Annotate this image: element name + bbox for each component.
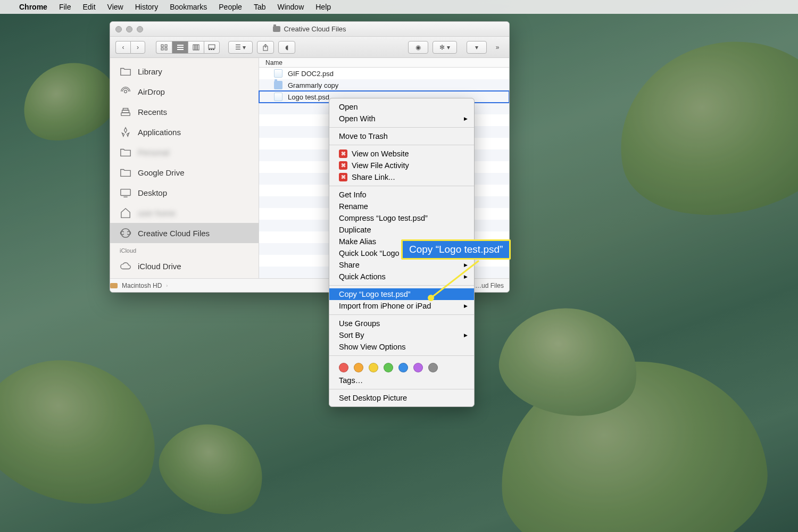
back-button[interactable]: ‹ bbox=[115, 41, 130, 54]
dropdown-button[interactable]: ▾ bbox=[467, 41, 487, 54]
quicklook-button[interactable]: ◉ bbox=[408, 41, 428, 54]
sidebar-item-documents[interactable]: Documents bbox=[110, 276, 259, 278]
context-separator bbox=[329, 355, 474, 356]
window-title-text: Creative Cloud Files bbox=[284, 25, 346, 33]
context-item-tags[interactable]: Tags… bbox=[329, 375, 474, 386]
file-row[interactable]: GIF DOC2.psd bbox=[259, 68, 509, 79]
context-item-set-desktop-picture[interactable]: Set Desktop Picture bbox=[329, 392, 474, 404]
share-button[interactable] bbox=[257, 41, 274, 54]
tag-color[interactable] bbox=[339, 363, 348, 372]
action-button[interactable]: ✻ ▾ bbox=[433, 41, 457, 54]
view-list-button[interactable] bbox=[172, 41, 188, 54]
context-separator bbox=[329, 145, 474, 145]
tag-color[interactable] bbox=[369, 363, 378, 372]
context-item-move-to-trash[interactable]: Move to Trash bbox=[329, 130, 474, 142]
view-gallery-button[interactable] bbox=[204, 41, 220, 54]
context-item-view-file-activity[interactable]: ⌘View File Activity bbox=[329, 160, 474, 171]
tag-color[interactable] bbox=[398, 363, 408, 372]
sidebar-item-creative-cloud-files[interactable]: Creative Cloud Files bbox=[110, 223, 259, 243]
menu-people[interactable]: People bbox=[219, 3, 242, 11]
airdrop-icon bbox=[120, 86, 131, 97]
file-name: GIF DOC2.psd bbox=[288, 70, 334, 78]
sidebar-item-label: user home bbox=[138, 209, 176, 218]
tags-button[interactable]: ◖ bbox=[278, 41, 295, 54]
forward-button[interactable]: › bbox=[130, 41, 145, 54]
folder-icon bbox=[120, 167, 131, 178]
menu-view[interactable]: View bbox=[107, 3, 123, 11]
svg-rect-9 bbox=[197, 45, 199, 50]
context-item-duplicate[interactable]: Duplicate bbox=[329, 224, 474, 236]
sidebar-item-library[interactable]: Library bbox=[110, 61, 259, 81]
context-item-label: Share Link... bbox=[352, 173, 395, 181]
sidebar-item-icloud-drive[interactable]: iCloud Drive bbox=[110, 256, 259, 276]
svg-rect-8 bbox=[195, 45, 197, 50]
sidebar-item-airdrop[interactable]: AirDrop bbox=[110, 81, 259, 102]
menu-tab[interactable]: Tab bbox=[254, 3, 266, 11]
svg-point-16 bbox=[124, 90, 127, 93]
file-name: Logo test.psd bbox=[288, 93, 329, 101]
tag-color[interactable] bbox=[384, 363, 393, 372]
context-item-label: Show View Options bbox=[339, 343, 405, 351]
cc-icon bbox=[120, 228, 131, 238]
view-icons-button[interactable] bbox=[156, 41, 172, 54]
sidebar-item-personal[interactable]: Personal bbox=[110, 142, 259, 162]
tag-color[interactable] bbox=[413, 363, 423, 372]
file-icon bbox=[274, 93, 282, 101]
icloud-icon bbox=[120, 261, 131, 271]
context-item-open-with[interactable]: Open With bbox=[329, 113, 474, 124]
path-root[interactable]: Macintosh HD bbox=[122, 282, 162, 289]
zoom-button[interactable] bbox=[137, 26, 143, 32]
sidebar-item-desktop[interactable]: Desktop bbox=[110, 182, 259, 203]
sidebar: LibraryAirDropRecentsApplicationsPersona… bbox=[110, 58, 259, 278]
context-item-label: Rename bbox=[339, 202, 368, 211]
close-button[interactable] bbox=[115, 26, 122, 32]
view-columns-button[interactable] bbox=[188, 41, 204, 54]
context-item-copy-logo-test-psd[interactable]: Copy “Logo test.psd” bbox=[329, 288, 474, 300]
context-item-rename[interactable]: Rename bbox=[329, 201, 474, 212]
creative-cloud-icon: ⌘ bbox=[339, 149, 347, 158]
sidebar-item-user-home[interactable]: user home bbox=[110, 203, 259, 223]
menu-help[interactable]: Help bbox=[315, 3, 331, 11]
column-header-name[interactable]: Name bbox=[259, 58, 509, 68]
context-item-label: Open bbox=[339, 103, 358, 111]
sidebar-item-google-drive[interactable]: Google Drive bbox=[110, 162, 259, 182]
context-item-share-link[interactable]: ⌘Share Link... bbox=[329, 171, 474, 183]
menubar: Chrome File Edit View History Bookmarks … bbox=[0, 0, 798, 14]
context-item-open[interactable]: Open bbox=[329, 101, 474, 113]
minimize-button[interactable] bbox=[126, 26, 132, 32]
context-item-label: Get Info bbox=[339, 190, 367, 199]
context-item-label: Make Alias bbox=[339, 237, 376, 246]
context-separator bbox=[329, 186, 474, 186]
menu-edit[interactable]: Edit bbox=[82, 3, 95, 11]
active-app-name[interactable]: Chrome bbox=[19, 3, 47, 11]
menu-history[interactable]: History bbox=[135, 3, 159, 11]
menu-bookmarks[interactable]: Bookmarks bbox=[170, 3, 207, 11]
context-item-share[interactable]: Share bbox=[329, 259, 474, 271]
disk-icon bbox=[110, 283, 118, 288]
sidebar-item-recents[interactable]: Recents bbox=[110, 102, 259, 122]
path-leaf[interactable]: …ud Files bbox=[475, 282, 504, 289]
context-item-sort-by[interactable]: Sort By bbox=[329, 329, 474, 341]
tag-color[interactable] bbox=[354, 363, 363, 372]
context-item-compress-logo-test-psd[interactable]: Compress “Logo test.psd” bbox=[329, 212, 474, 224]
tag-color[interactable] bbox=[428, 363, 438, 372]
context-item-view-on-website[interactable]: ⌘View on Website bbox=[329, 148, 474, 160]
context-item-label: Sort By bbox=[339, 331, 364, 339]
menu-file[interactable]: File bbox=[59, 3, 71, 11]
svg-rect-0 bbox=[161, 45, 163, 47]
context-item-get-info[interactable]: Get Info bbox=[329, 189, 474, 201]
context-item-use-groups[interactable]: Use Groups bbox=[329, 318, 474, 329]
sidebar-item-label: Personal bbox=[138, 148, 169, 157]
sidebar-item-applications[interactable]: Applications bbox=[110, 122, 259, 142]
context-item-quick-actions[interactable]: Quick Actions bbox=[329, 271, 474, 282]
overflow-button[interactable]: » bbox=[491, 41, 504, 54]
folder-icon bbox=[120, 66, 131, 77]
home-icon bbox=[120, 207, 131, 218]
menu-window[interactable]: Window bbox=[277, 3, 304, 11]
svg-rect-13 bbox=[213, 49, 214, 50]
svg-rect-2 bbox=[161, 48, 163, 50]
context-item-import-from-iphone-or-ipad[interactable]: Import from iPhone or iPad bbox=[329, 300, 474, 312]
context-item-show-view-options[interactable]: Show View Options bbox=[329, 341, 474, 353]
file-row[interactable]: Grammarly copy bbox=[259, 79, 509, 91]
arrange-button[interactable]: ☰ ▾ bbox=[228, 41, 253, 54]
